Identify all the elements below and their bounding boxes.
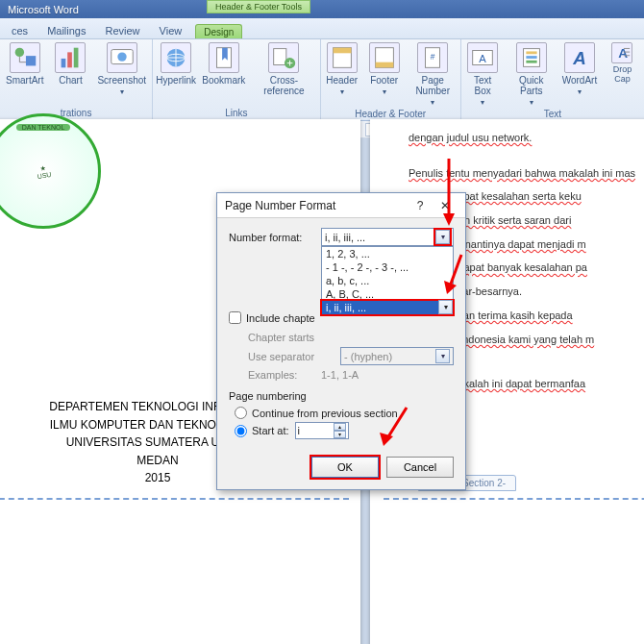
wordart-button[interactable]: A WordArt▾ (558, 39, 601, 108)
chevron-down-icon: ▾ (435, 349, 450, 363)
hyperlink-button[interactable]: Hyperlink (153, 39, 199, 107)
header-icon (327, 42, 358, 73)
pagenumber-icon: # (417, 42, 448, 73)
chevron-down-icon: ▾ (120, 87, 124, 96)
svg-rect-3 (68, 52, 73, 67)
svg-rect-22 (526, 56, 536, 59)
start-at-value: i (298, 425, 334, 436)
tab-references[interactable]: ces (2, 22, 37, 38)
textbox-icon: A (467, 42, 498, 73)
smartart-label: SmartArt (6, 75, 43, 86)
format-option[interactable]: - 1 -, - 2 -, - 3 -, ... (322, 260, 453, 274)
chevron-down-icon: ▾ (578, 87, 582, 96)
format-option[interactable]: A, B, C, ... (322, 287, 453, 301)
quickparts-label: Quick Parts▾ (510, 75, 553, 108)
pagenumber-label: Page Number▾ (411, 75, 455, 108)
ribbon-tabs: ces Mailings Review View Design (0, 18, 644, 39)
dropcap-icon: A (611, 42, 632, 63)
dialog-help-button[interactable]: ? (408, 199, 433, 212)
dialog-titlebar[interactable]: Page Number Format ? ✕ (217, 193, 465, 218)
textbox-button[interactable]: A Text Box▾ (461, 39, 505, 108)
format-option-selected[interactable]: i, ii, iii, ... (322, 301, 453, 314)
chevron-down-icon[interactable]: ▾ (438, 300, 453, 314)
footer-button[interactable]: Footer▾ (363, 39, 406, 108)
crossref-icon (268, 42, 299, 73)
chart-button[interactable]: Chart (49, 39, 91, 107)
separator-combo: - (hyphen) ▾ (340, 347, 454, 365)
wordart-label: WordArt▾ (562, 75, 598, 97)
ok-button[interactable]: OK (311, 457, 379, 478)
include-chapter-checkbox[interactable] (229, 311, 241, 324)
bookmark-icon (209, 42, 239, 73)
svg-text:A: A (479, 53, 486, 64)
start-at-radio[interactable] (235, 425, 247, 437)
examples-value: 1-1, 1-A (321, 369, 359, 381)
footer-icon (369, 42, 400, 73)
format-option[interactable]: a, b, c, ... (322, 274, 453, 287)
group-label-links: Links (153, 107, 320, 120)
title-bar: Microsoft Word (0, 0, 644, 18)
dialog-close-button[interactable]: ✕ (433, 199, 458, 212)
use-separator-label: Use separator (248, 351, 340, 362)
chevron-down-icon: ▾ (530, 98, 533, 107)
start-at-spinner[interactable]: i ▴▾ (295, 422, 349, 439)
number-format-dropdown[interactable]: 1, 2, 3, ... - 1 -, - 2 -, - 3 -, ... a,… (321, 246, 454, 315)
chapter-starts-label: Chapter starts (248, 332, 340, 343)
chevron-down-icon: ▾ (481, 98, 484, 107)
cancel-button[interactable]: Cancel (386, 457, 454, 478)
screenshot-icon (107, 42, 137, 73)
number-format-value: i, ii, iii, ... (325, 232, 435, 243)
group-illustrations: SmartArt Chart Screenshot▾ trations (0, 39, 153, 120)
page-number-format-dialog: Page Number Format ? ✕ Number format: i,… (216, 192, 466, 490)
format-option[interactable]: 1, 2, 3, ... (322, 247, 453, 260)
screenshot-button[interactable]: Screenshot▾ (91, 39, 152, 107)
svg-rect-1 (26, 56, 36, 65)
header-button[interactable]: Header▾ (321, 39, 363, 108)
spinner-buttons[interactable]: ▴▾ (334, 423, 346, 438)
pagenumber-button[interactable]: # Page Number▾ (406, 39, 460, 108)
continue-label: Continue from previous section (252, 408, 398, 419)
tab-mailings[interactable]: Mailings (37, 22, 95, 38)
bookmark-button[interactable]: Bookmark (199, 39, 248, 107)
svg-text:A: A (572, 48, 586, 68)
chevron-down-icon: ▾ (431, 98, 434, 107)
ribbon: SmartArt Chart Screenshot▾ trations Hype… (0, 39, 644, 121)
svg-point-0 (14, 48, 23, 57)
crossref-button[interactable]: Cross-reference (248, 39, 319, 107)
svg-rect-10 (274, 49, 286, 65)
group-links: Hyperlink Bookmark Cross-reference Links (153, 39, 321, 120)
page-numbering-heading: Page numbering (229, 390, 454, 402)
footer-boundary (0, 498, 349, 500)
dropcap-button[interactable]: A Drop Cap (601, 39, 644, 108)
textbox-label: Text Box▾ (467, 75, 499, 108)
group-text: A Text Box▾ Quick Parts▾ A WordArt▾ A Dr… (461, 39, 644, 120)
quickparts-icon (516, 42, 547, 73)
smartart-icon (10, 42, 40, 73)
dialog-title: Page Number Format (225, 199, 335, 212)
chevron-down-icon: ▾ (340, 87, 344, 96)
chevron-down-icon[interactable]: ▾ (435, 230, 450, 244)
continue-radio[interactable] (235, 407, 247, 419)
svg-rect-15 (375, 62, 393, 68)
group-header-footer: Header▾ Footer▾ # Page Number▾ Header & … (321, 39, 461, 120)
examples-label: Examples: (248, 369, 321, 381)
screenshot-label: Screenshot▾ (97, 75, 146, 97)
chart-icon (55, 42, 86, 73)
footer-boundary (384, 498, 644, 500)
hyperlink-icon (161, 42, 191, 73)
hyperlink-label: Hyperlink (156, 75, 196, 86)
bookmark-label: Bookmark (202, 75, 245, 86)
logo-band-text: DAN TEKNOL (16, 124, 71, 131)
app-title: Microsoft Word (8, 4, 79, 15)
tab-review[interactable]: Review (95, 22, 149, 38)
tab-view[interactable]: View (150, 22, 192, 38)
number-format-label: Number format: (229, 232, 321, 243)
smartart-button[interactable]: SmartArt (0, 39, 49, 107)
quickparts-button[interactable]: Quick Parts▾ (505, 39, 558, 108)
footer-label: Footer▾ (370, 75, 398, 97)
crossref-label: Cross-reference (254, 75, 313, 96)
svg-rect-23 (526, 61, 536, 63)
tab-design[interactable]: Design (195, 24, 242, 38)
header-label: Header▾ (326, 75, 358, 97)
number-format-combo[interactable]: i, ii, iii, ... ▾ 1, 2, 3, ... - 1 -, - … (321, 228, 454, 246)
